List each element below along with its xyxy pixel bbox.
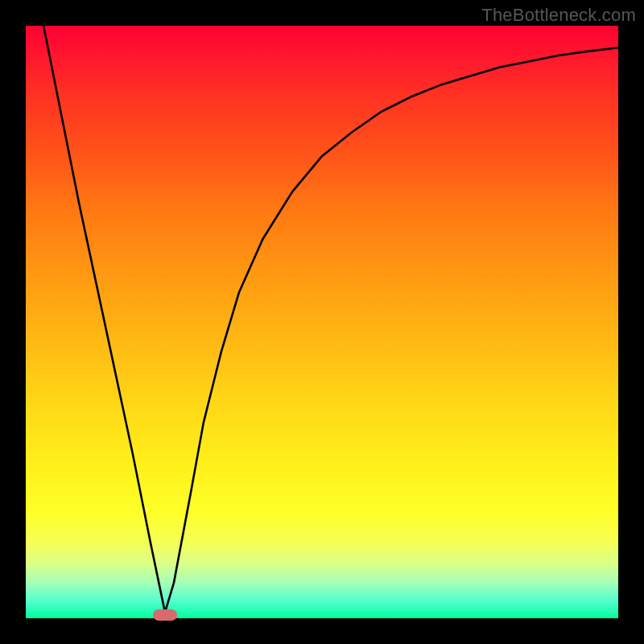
mismatch-curve (43, 26, 618, 613)
minimum-marker (153, 609, 177, 621)
chart-frame: TheBottleneck.com (0, 0, 644, 644)
curve-svg (26, 26, 618, 618)
plot-area (26, 26, 618, 618)
watermark-text: TheBottleneck.com (481, 5, 636, 26)
